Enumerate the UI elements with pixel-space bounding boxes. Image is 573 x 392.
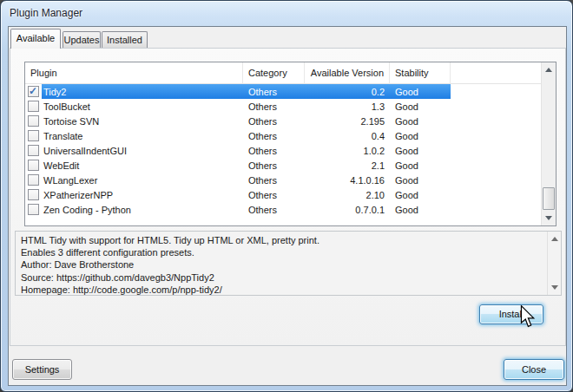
description-line: Homepage: http://code.google.com/p/npp-t… [21,284,542,295]
row-plugin-name: Translate [42,131,243,141]
row-stability: Good [390,131,451,141]
row-main: Translate Others 0.4 Good [42,128,451,143]
row-stability: Good [390,190,451,200]
list-header: Plugin Category Available Version Stabil… [25,62,541,84]
plugin-manager-window: Plugin Manager Available Updates Install… [0,0,573,392]
scroll-down-icon [551,285,558,290]
row-checkbox[interactable] [28,86,39,97]
plugin-description-box: HTML Tidy with support for HTML5. Tidy u… [15,231,562,296]
row-category: Others [243,190,305,200]
description-scrollbar[interactable] [547,232,561,295]
row-main: Tidy2 Others 0.2 Good [42,84,451,99]
scrollbar-thumb[interactable] [543,187,555,210]
row-stability: Good [390,101,451,112]
available-tab-page: Plugin Category Available Version Stabil… [10,48,566,346]
row-checkbox-cell [25,84,42,99]
description-line: Author: Dave Brotherstone [21,258,542,271]
row-checkbox-cell [25,173,42,187]
table-row[interactable]: Translate Others 0.4 Good [25,128,541,143]
row-checkbox[interactable] [28,130,39,141]
row-checkbox[interactable] [28,160,39,171]
row-main: XPatherizerNPP Others 2.10 Good [42,187,451,202]
row-plugin-name: XPatherizerNPP [42,190,243,200]
column-header-stability[interactable]: Stability [390,62,451,84]
row-main: WLangLexer Others 4.1.0.16 Good [42,173,451,187]
column-header-available-version[interactable]: Available Version [305,62,390,84]
scroll-up-icon [551,237,558,241]
description-line: HTML Tidy with support for HTML5. Tidy u… [21,234,542,246]
row-version: 0.7.0.1 [305,205,390,215]
tab-installed[interactable]: Installed [102,31,148,48]
table-row[interactable]: Zen Coding - Python Others 0.7.0.1 Good [25,202,541,217]
row-plugin-name: Tidy2 [42,87,243,97]
row-checkbox-cell [25,158,42,173]
scroll-up-button[interactable] [542,62,556,77]
column-header-category[interactable]: Category [243,62,305,84]
table-row[interactable]: Tortoise SVN Others 2.195 Good [25,114,541,128]
table-row[interactable]: Tidy2 Others 0.2 Good [25,84,541,99]
row-version: 4.1.0.16 [305,175,390,186]
row-checkbox[interactable] [28,189,39,200]
row-version: 0.4 [305,131,390,141]
row-category: Others [243,146,305,156]
table-row[interactable]: ToolBucket Others 1.3 Good [25,99,541,114]
row-version: 0.2 [305,87,390,97]
row-stability: Good [390,175,451,186]
row-main: Tortoise SVN Others 2.195 Good [42,114,451,128]
description-scroll-down-button[interactable] [548,280,561,295]
row-category: Others [243,175,305,186]
row-category: Others [243,205,305,215]
row-category: Others [243,87,305,97]
close-button[interactable]: Close [504,359,564,380]
row-checkbox[interactable] [28,115,39,127]
table-row[interactable]: WLangLexer Others 4.1.0.16 Good [25,173,541,187]
column-header-plugin[interactable]: Plugin [25,62,243,84]
description-scroll-up-button[interactable] [548,232,561,246]
row-plugin-name: UniversalIndentGUI [42,146,243,156]
row-plugin-name: ToolBucket [42,101,243,112]
row-stability: Good [390,146,451,156]
row-checkbox-cell [25,202,42,217]
row-stability: Good [390,160,451,171]
row-stability: Good [390,116,451,127]
row-checkbox[interactable] [28,101,39,112]
row-version: 2.10 [305,190,390,200]
plugin-list: Plugin Category Available Version Stabil… [24,62,557,226]
row-main: WebEdit Others 2.1 Good [42,158,451,173]
window-title: Plugin Manager [10,7,82,19]
table-row[interactable]: UniversalIndentGUI Others 1.0.2 Good [25,143,541,158]
scroll-down-button[interactable] [542,211,556,225]
list-rows: Tidy2 Others 0.2 Good ToolBucket Others … [25,84,541,217]
tab-updates[interactable]: Updates [63,31,101,48]
row-plugin-name: Tortoise SVN [42,116,243,127]
list-scrollbar[interactable] [541,62,556,225]
title-bar[interactable]: Plugin Manager [1,1,572,26]
tab-available[interactable]: Available [10,29,61,49]
description-line: Source: https://github.com/davegb3/NppTi… [21,271,542,284]
row-checkbox-cell [25,143,42,158]
row-version: 1.0.2 [305,146,390,156]
row-main: UniversalIndentGUI Others 1.0.2 Good [42,143,451,158]
row-checkbox[interactable] [28,145,39,156]
row-plugin-name: WebEdit [42,160,243,171]
row-checkbox-cell [25,114,42,128]
mouse-cursor-icon [519,305,537,328]
row-stability: Good [390,87,451,97]
scroll-down-icon [545,216,552,220]
row-category: Others [243,160,305,171]
row-checkbox[interactable] [28,204,39,215]
row-version: 2.195 [305,116,390,127]
row-main: Zen Coding - Python Others 0.7.0.1 Good [42,202,451,217]
settings-button[interactable]: Settings [12,359,72,380]
description-line: Enables 3 different configuration preset… [21,246,542,258]
row-checkbox[interactable] [28,174,39,186]
row-category: Others [243,101,305,112]
table-row[interactable]: WebEdit Others 2.1 Good [25,158,541,173]
plugin-description-text: HTML Tidy with support for HTML5. Tidy u… [16,232,547,295]
table-row[interactable]: XPatherizerNPP Others 2.10 Good [25,187,541,202]
row-version: 2.1 [305,160,390,171]
row-checkbox-cell [25,187,42,202]
row-plugin-name: WLangLexer [42,175,243,186]
row-version: 1.3 [305,101,390,112]
row-plugin-name: Zen Coding - Python [42,205,243,215]
